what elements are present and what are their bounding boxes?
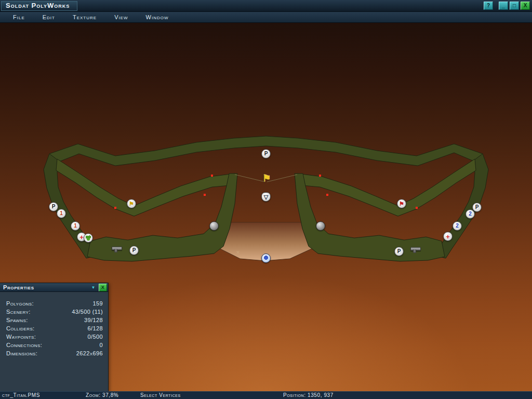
status-mode: Select Vertices (140, 392, 181, 398)
map-marker-team1[interactable]: 1 (71, 221, 80, 231)
menu-view[interactable]: View (105, 14, 137, 20)
properties-panel-title: Properties (3, 284, 34, 290)
status-position: Position: 1350, 937 (283, 392, 334, 398)
map-marker-spawn[interactable]: P (261, 149, 271, 158)
map-marker-collider[interactable] (209, 221, 219, 231)
map-marker-orb[interactable] (261, 254, 271, 263)
property-value: 2622x696 (76, 350, 103, 356)
property-label: Scenery: (6, 309, 31, 315)
property-label: Dimensions: (6, 350, 37, 356)
map-marker-spawn[interactable]: P (394, 247, 404, 256)
property-label: Polygons: (6, 300, 34, 307)
map-marker-flag-r[interactable]: ⚑ (397, 199, 406, 208)
map-marker-gun[interactable] (112, 247, 122, 250)
property-label: Connections: (6, 342, 42, 348)
property-value: 39/128 (84, 317, 103, 323)
status-zoom: Zoom: 37,8% (86, 392, 118, 398)
map-marker-flag-y[interactable]: ⚑ (127, 199, 136, 208)
property-row: Spawns:39/128 (6, 316, 103, 324)
property-row: Dimensions:2622x696 (6, 349, 103, 357)
map-marker-collider[interactable] (316, 221, 325, 231)
status-filename: ctf_Titan.PMS (2, 392, 40, 398)
restore-button[interactable]: □ (510, 2, 519, 10)
property-value: 0 (99, 342, 103, 348)
map-marker-nades[interactable] (84, 233, 93, 243)
menu-edit[interactable]: Edit (34, 14, 64, 20)
property-row: Connections:0 (6, 341, 103, 349)
map-marker-team1[interactable]: 1 (57, 209, 66, 218)
properties-panel-titlebar[interactable]: Properties ▼ X (0, 283, 108, 292)
menu-file[interactable]: File (4, 14, 34, 20)
minimize-button[interactable]: _ (499, 2, 508, 10)
vertex-dot[interactable] (326, 194, 328, 196)
map-marker-team2[interactable]: 2 (453, 221, 462, 231)
property-value: 0/500 (87, 334, 103, 340)
window-controls: ? _ □ X (484, 2, 530, 10)
close-button[interactable]: X (521, 2, 530, 10)
status-bar: ctf_Titan.PMS Zoom: 37,8% Select Vertice… (0, 391, 532, 399)
menu-window[interactable]: Window (137, 14, 178, 20)
menu-texture[interactable]: Texture (64, 14, 105, 20)
map-marker-spawn[interactable]: P (129, 246, 139, 255)
property-row: Waypoints:0/500 (6, 332, 103, 341)
title-bar: Soldat PolyWorks ? _ □ X (0, 0, 532, 12)
map-marker-spawn[interactable]: P (472, 203, 482, 212)
terrain-right-upper-band[interactable] (297, 159, 476, 216)
vertex-dot[interactable] (114, 207, 116, 209)
map-marker-medkit[interactable]: + (443, 232, 453, 241)
property-value: 6/128 (87, 325, 103, 331)
menu-bar: FileEditTextureViewWindow (0, 12, 532, 23)
vertex-dot[interactable] (204, 194, 206, 196)
properties-rows: Polygons:159Scenery:43/500 (11)Spawns:39… (0, 292, 108, 357)
vertex-dot[interactable] (319, 175, 321, 177)
property-row: Polygons:159 (6, 299, 103, 308)
property-value: 43/500 (11) (72, 309, 103, 315)
flag-rope (235, 175, 265, 182)
properties-panel: Properties ▼ X Polygons:159Scenery:43/50… (0, 283, 109, 393)
property-label: Spawns: (6, 317, 28, 323)
property-row: Scenery:43/500 (11) (6, 308, 103, 316)
terrain-left-upper-band[interactable] (56, 159, 235, 216)
help-button[interactable]: ? (484, 2, 493, 10)
vertex-dot[interactable] (416, 207, 418, 209)
property-label: Colliders: (6, 325, 35, 331)
window-title: Soldat PolyWorks (1, 1, 77, 11)
map-marker-xmark[interactable]: × (234, 248, 242, 257)
map-marker-spawn[interactable]: P (49, 202, 58, 211)
map-marker-shield[interactable]: ▽ (261, 192, 271, 202)
property-value: 159 (92, 300, 103, 307)
vertex-dot[interactable] (211, 175, 213, 177)
panel-close-button[interactable]: X (99, 284, 107, 291)
property-label: Waypoints: (6, 334, 36, 340)
map-marker-gun[interactable] (410, 247, 421, 251)
map-marker-flag-big[interactable]: ⚑ (261, 173, 272, 183)
property-row: Colliders:6/128 (6, 324, 103, 332)
chevron-down-icon[interactable]: ▼ (88, 285, 99, 290)
